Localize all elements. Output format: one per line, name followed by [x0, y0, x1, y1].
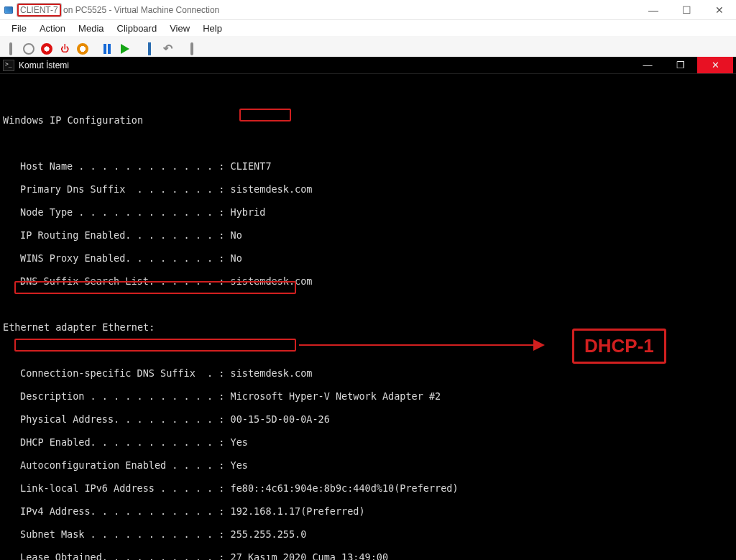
vm-close-button[interactable]: ✕ — [703, 0, 736, 19]
pause-button[interactable] — [99, 41, 115, 57]
vm-minimize-button[interactable]: — — [637, 0, 670, 19]
cfg-line: Link-local IPv6 Address . . . . . : fe80… — [3, 482, 733, 494]
cfg-line: WINS Proxy Enabled. . . . . . . . : No — [3, 252, 733, 264]
menu-action[interactable]: Action — [34, 22, 71, 35]
shutdown-button[interactable]: ⏻ — [57, 41, 73, 57]
cfg-line: Autoconfiguration Enabled . . . . : Yes — [3, 459, 733, 471]
save-button[interactable] — [75, 41, 91, 57]
start-button[interactable] — [21, 41, 37, 57]
menu-file[interactable]: File — [6, 22, 32, 35]
cmd-minimize-button[interactable]: — — [631, 57, 664, 73]
cfg-line: IP Routing Enabled. . . . . . . . : No — [3, 229, 733, 241]
vm-title-highlight: CLIENT-7 — [17, 4, 61, 17]
annotation-arrow — [299, 344, 543, 346]
terminal-output: Windows IP Configuration Host Name . . .… — [3, 80, 733, 560]
menu-help[interactable]: Help — [197, 22, 228, 35]
vm-maximize-button[interactable]: ☐ — [670, 0, 703, 19]
vm-menubar: File Action Media Clipboard View Help — [0, 20, 736, 36]
cmd-title: Komut İstemi — [19, 60, 69, 70]
revert-button[interactable]: ↶ — [160, 41, 175, 57]
cfg-line: Node Type . . . . . . . . . . . . : Hybr… — [3, 206, 733, 218]
vm-title: CLIENT-7 on PC5525 - Virtual Machine Con… — [17, 5, 219, 15]
cfg-line: Description . . . . . . . . . . . : Micr… — [3, 390, 733, 402]
vm-titlebar: CLIENT-7 on PC5525 - Virtual Machine Con… — [0, 0, 736, 20]
cfg-line: IPv4 Address. . . . . . . . . . . : 192.… — [3, 505, 733, 517]
cfg-line: Physical Address. . . . . . . . . : 00-1… — [3, 413, 733, 425]
enhanced-session-button[interactable] — [184, 41, 200, 57]
ctrl-alt-del-icon[interactable] — [3, 41, 19, 57]
cmd-window: Komut İstemi — ❐ ✕ Windows IP Configurat… — [0, 57, 736, 560]
cfg-line: Connection-specific DNS Suffix . : siste… — [3, 367, 733, 379]
menu-view[interactable]: View — [164, 22, 196, 35]
ipconfig-header: Windows IP Configuration — [3, 114, 733, 126]
cfg-line: Lease Obtained. . . . . . . . . . : 27 K… — [3, 551, 733, 560]
cfg-line: Primary Dns Suffix . . . . . . . : siste… — [3, 183, 733, 195]
reset-button[interactable] — [117, 41, 133, 57]
cfg-line: Subnet Mask . . . . . . . . . . . : 255.… — [3, 528, 733, 540]
menu-clipboard[interactable]: Clipboard — [111, 22, 163, 35]
cmd-titlebar: Komut İstemi — ❐ ✕ — [0, 57, 736, 74]
cmd-window-buttons: — ❐ ✕ — [631, 57, 733, 73]
cmd-icon — [3, 60, 14, 71]
highlight-dhcp-server — [14, 339, 296, 352]
cfg-line: Host Name . . . . . . . . . . . . : CLIE… — [3, 160, 733, 172]
highlight-ipv4 — [14, 281, 296, 294]
cmd-close-button[interactable]: ✕ — [697, 57, 733, 73]
annotation-label: DHCP-1 — [572, 329, 666, 364]
highlight-hostname — [239, 109, 291, 121]
checkpoint-button[interactable] — [142, 41, 157, 57]
cfg-line: DHCP Enabled. . . . . . . . . . . : Yes — [3, 436, 733, 448]
cmd-maximize-button[interactable]: ❐ — [664, 57, 697, 73]
menu-media[interactable]: Media — [73, 22, 109, 35]
cmd-body[interactable]: Windows IP Configuration Host Name . . .… — [0, 74, 736, 560]
vm-app-icon — [3, 4, 14, 16]
vm-window-buttons: — ☐ ✕ — [637, 0, 736, 19]
turn-off-button[interactable] — [39, 41, 55, 57]
vm-title-rest: on PC5525 - Virtual Machine Connection — [63, 5, 219, 15]
